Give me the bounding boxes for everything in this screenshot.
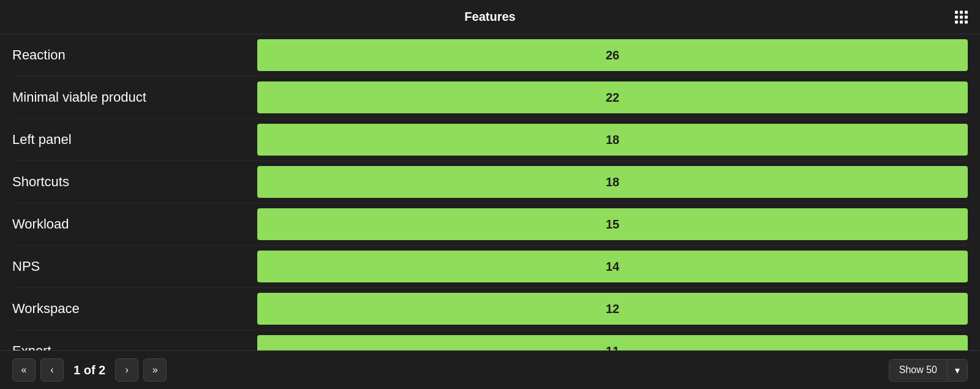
bar-value: 12 [606,302,619,316]
bar-container: 26 [257,39,968,71]
bar: 14 [257,251,968,282]
last-page-button[interactable]: » [143,358,167,382]
bar: 22 [257,81,968,113]
table-row: Minimal viable product22 [12,77,968,119]
row-label: Minimal viable product [12,89,257,105]
row-label: Left panel [12,132,257,148]
first-page-button[interactable]: « [12,358,36,382]
row-label: Shortcuts [12,174,257,190]
table-row: Left panel18 [12,119,968,161]
prev-page-button[interactable]: ‹ [40,358,64,382]
chart-area: Reaction26Minimal viable product22Left p… [0,34,980,350]
bar-container: 14 [257,251,968,282]
table-row: Export11 [12,330,968,350]
show-label: Show 50 [889,360,948,380]
next-page-button[interactable]: › [115,358,138,382]
pagination: « ‹ 1 of 2 › » [12,358,167,382]
main-container: Features Reaction26Minimal viable produc… [0,0,980,389]
bar-container: 18 [257,124,968,156]
footer: « ‹ 1 of 2 › » Show 50 ▾ [0,350,980,389]
show-dropdown-button[interactable]: ▾ [948,360,967,381]
row-label: Workspace [12,301,257,317]
bar-container: 18 [257,166,968,198]
header: Features [0,0,980,34]
bar-value: 14 [606,260,619,274]
bar-value: 18 [606,133,619,147]
bar: 11 [257,335,968,350]
bar-container: 11 [257,335,968,350]
bar-container: 22 [257,81,968,113]
table-row: Shortcuts18 [12,161,968,203]
page-info: 1 of 2 [74,363,105,377]
bar-value: 22 [606,91,619,105]
table-row: Workspace12 [12,288,968,330]
row-label: NPS [12,259,257,274]
bar-container: 12 [257,293,968,325]
table-row: NPS14 [12,246,968,288]
page-title: Features [464,10,515,24]
bar: 18 [257,166,968,198]
bar-value: 18 [606,175,619,189]
bar: 15 [257,208,968,240]
bar-value: 11 [606,344,619,351]
row-label: Workload [12,216,257,232]
table-row: Workload15 [12,203,968,246]
bar: 12 [257,293,968,325]
grid-icon[interactable] [955,10,968,23]
bar-value: 26 [606,48,619,62]
table-row: Reaction26 [12,34,968,77]
bar-container: 15 [257,208,968,240]
bar-value: 15 [606,217,619,232]
bar: 18 [257,124,968,156]
bar: 26 [257,39,968,71]
row-label: Reaction [12,47,257,63]
show-control[interactable]: Show 50 ▾ [889,359,968,382]
row-label: Export [12,343,257,350]
